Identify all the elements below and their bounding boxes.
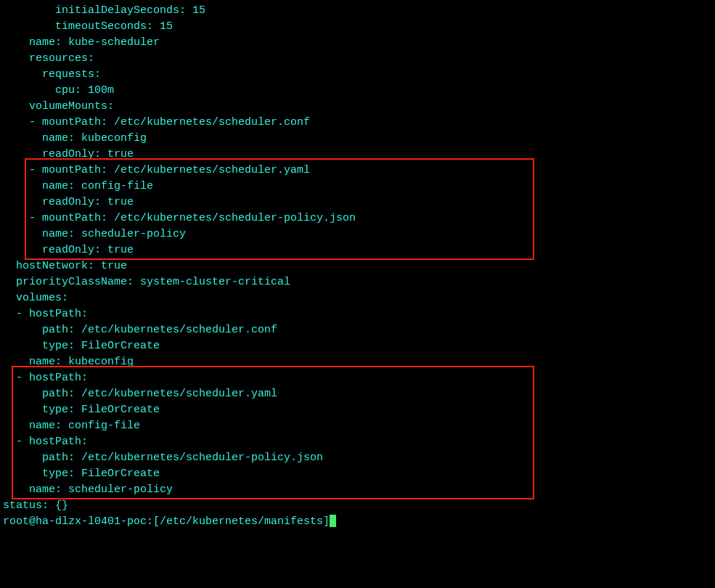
yaml-line: - mountPath: /etc/kubernetes/scheduler.y…: [0, 163, 715, 179]
yaml-line: name: kubeconfig: [0, 354, 715, 370]
yaml-line: resources:: [0, 51, 715, 67]
yaml-line: path: /etc/kubernetes/scheduler.yaml: [0, 386, 715, 402]
shell-prompt: root@ha-dlzx-l0401-poc:[/etc/kubernetes/…: [3, 515, 330, 528]
yaml-line: name: kube-scheduler: [0, 35, 715, 51]
yaml-line: - hostPath:: [0, 370, 715, 386]
yaml-line: cpu: 100m: [0, 83, 715, 99]
yaml-line: - mountPath: /etc/kubernetes/scheduler-p…: [0, 211, 715, 226]
yaml-line: readOnly: true: [0, 195, 715, 211]
yaml-line: name: scheduler-policy: [0, 482, 715, 498]
yaml-line: hostNetwork: true: [0, 258, 715, 274]
yaml-line: name: config-file: [0, 179, 715, 195]
terminal-output[interactable]: initialDelaySeconds: 15 timeoutSeconds: …: [0, 3, 715, 530]
shell-prompt-line[interactable]: root@ha-dlzx-l0401-poc:[/etc/kubernetes/…: [0, 514, 715, 530]
cursor-icon: [330, 515, 336, 527]
yaml-line: name: scheduler-policy: [0, 226, 715, 242]
yaml-line: status: {}: [0, 498, 715, 514]
yaml-line: timeoutSeconds: 15: [0, 19, 715, 35]
yaml-line: type: FileOrCreate: [0, 338, 715, 354]
yaml-line: - hostPath:: [0, 306, 715, 322]
yaml-line: readOnly: true: [0, 147, 715, 163]
yaml-line: path: /etc/kubernetes/scheduler-policy.j…: [0, 450, 715, 466]
yaml-line: type: FileOrCreate: [0, 466, 715, 482]
yaml-line: initialDelaySeconds: 15: [0, 3, 715, 19]
yaml-line: name: config-file: [0, 418, 715, 434]
yaml-line: path: /etc/kubernetes/scheduler.conf: [0, 322, 715, 338]
yaml-line: volumeMounts:: [0, 99, 715, 115]
yaml-line: - mountPath: /etc/kubernetes/scheduler.c…: [0, 115, 715, 131]
yaml-line: readOnly: true: [0, 242, 715, 258]
yaml-line: priorityClassName: system-cluster-critic…: [0, 274, 715, 290]
yaml-line: type: FileOrCreate: [0, 402, 715, 418]
yaml-line: name: kubeconfig: [0, 131, 715, 147]
yaml-line: volumes:: [0, 290, 715, 306]
yaml-line: - hostPath:: [0, 434, 715, 450]
yaml-line: requests:: [0, 67, 715, 83]
